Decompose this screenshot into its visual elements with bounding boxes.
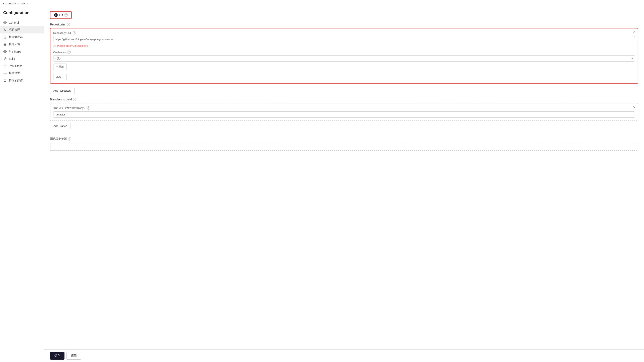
add-repository-button[interactable]: Add Repository bbox=[50, 88, 75, 94]
svg-point-6 bbox=[4, 51, 6, 52]
source-browser-help-icon[interactable]: ? bbox=[68, 137, 71, 141]
sidebar-item-general-label: General bbox=[9, 21, 19, 24]
credentials-label: Credentials ? bbox=[53, 51, 635, 54]
svg-point-7 bbox=[4, 66, 6, 66]
branch-specifier-input[interactable] bbox=[53, 111, 635, 118]
box-icon bbox=[3, 79, 7, 82]
repo-close-button[interactable]: ✕ bbox=[633, 31, 636, 34]
footer-bar: 保存 应用 bbox=[44, 349, 644, 362]
post-steps-icon bbox=[3, 64, 7, 68]
sidebar-item-source-mgmt-label: 源码管理 bbox=[9, 28, 20, 32]
sidebar-item-build[interactable]: Build bbox=[0, 55, 44, 62]
content-area: Git ? Repositories ? ✕ Repository URL ? bbox=[44, 7, 644, 349]
sidebar-item-build-trigger[interactable]: 构建触发器 bbox=[0, 34, 44, 41]
svg-point-0 bbox=[4, 22, 6, 23]
branches-section: Branches to build ? ✕ 指定分支（为空时代表any） ? A… bbox=[50, 98, 638, 133]
hammer-icon bbox=[3, 57, 7, 61]
branch-close-button[interactable]: ✕ bbox=[633, 105, 636, 109]
git-radio-inner bbox=[55, 15, 56, 16]
sidebar-item-post-build[interactable]: 构建后操作 bbox=[0, 77, 44, 84]
credentials-select[interactable]: - 无 - bbox=[53, 55, 635, 62]
repository-url-input[interactable] bbox=[53, 36, 635, 42]
sidebar-item-general[interactable]: General bbox=[0, 19, 44, 26]
git-help-icon[interactable]: ? bbox=[64, 14, 68, 17]
repo-error-message: ⚠ Please enter Git repository. bbox=[53, 44, 635, 48]
sidebar-item-post-steps-label: Post Steps bbox=[9, 64, 22, 68]
source-browser-section: 源码库浏览器 ? bbox=[50, 137, 638, 151]
error-icon: ⚠ bbox=[53, 44, 56, 48]
repo-url-label: Repository URL ? bbox=[53, 31, 635, 35]
repositories-label: Repositories ? bbox=[50, 23, 638, 26]
sidebar-item-build-trigger-label: 构建触发器 bbox=[9, 35, 23, 39]
source-browser-placeholder bbox=[50, 143, 638, 151]
svg-point-2 bbox=[4, 29, 4, 30]
breadcrumb-test[interactable]: test bbox=[21, 2, 25, 5]
add-branch-button[interactable]: Add Branch bbox=[50, 123, 70, 129]
globe-icon bbox=[3, 43, 7, 46]
sidebar-item-source-mgmt[interactable]: 源码管理 bbox=[0, 26, 44, 34]
svg-point-8 bbox=[4, 73, 6, 74]
sidebar-item-build-env[interactable]: 构建环境 bbox=[0, 41, 44, 48]
repositories-help-icon[interactable]: ? bbox=[67, 23, 70, 26]
sidebar-item-pre-steps[interactable]: Pre Steps bbox=[0, 48, 44, 55]
clock-icon bbox=[3, 35, 7, 39]
git-tab-label: Git bbox=[59, 14, 63, 17]
sidebar-item-build-env-label: 构建环境 bbox=[9, 43, 20, 46]
sidebar-item-post-build-label: 构建后操作 bbox=[9, 79, 23, 82]
breadcrumb-sep-2: › bbox=[27, 2, 28, 5]
branches-label: Branches to build ? bbox=[50, 98, 638, 101]
topnav: Dashboard › test › bbox=[0, 0, 644, 7]
save-button[interactable]: 保存 bbox=[50, 352, 64, 359]
sidebar-item-build-settings[interactable]: 构建设置 bbox=[0, 70, 44, 77]
repositories-section: Repositories ? ✕ Repository URL ? ⚠ Plea… bbox=[50, 23, 638, 84]
sidebar-item-build-settings-label: 构建设置 bbox=[9, 71, 20, 75]
breadcrumb: Dashboard › test › bbox=[3, 2, 29, 5]
branch-entry: ✕ 指定分支（为空时代表any） ? bbox=[50, 103, 638, 121]
repo-url-help-icon[interactable]: ? bbox=[73, 31, 76, 35]
source-browser-label: 源码库浏览器 ? bbox=[50, 137, 638, 141]
credentials-help-icon[interactable]: ? bbox=[68, 51, 71, 54]
branch-icon bbox=[3, 28, 7, 32]
svg-point-1 bbox=[6, 30, 6, 31]
sidebar-title: Configuration bbox=[0, 11, 44, 19]
build-settings-icon bbox=[3, 71, 7, 75]
credentials-select-wrapper: - 无 - ▾ bbox=[53, 55, 635, 62]
repository-entry: ✕ Repository URL ? ⚠ Please enter Git re… bbox=[50, 28, 638, 84]
apply-button[interactable]: 应用 bbox=[66, 352, 81, 359]
branch-specifier-label: 指定分支（为空时代表any） ? bbox=[53, 106, 635, 110]
git-tab-container: Git ? bbox=[50, 11, 638, 19]
add-credentials-button[interactable]: + 添加 bbox=[53, 64, 67, 70]
git-tab[interactable]: Git ? bbox=[50, 11, 72, 19]
branch-specifier-help-icon[interactable]: ? bbox=[87, 106, 90, 110]
breadcrumb-dashboard[interactable]: Dashboard bbox=[3, 2, 16, 5]
gear-icon bbox=[3, 21, 7, 25]
pre-steps-icon bbox=[3, 50, 7, 53]
sidebar-item-build-label: Build bbox=[9, 57, 15, 60]
advanced-button[interactable]: 高级... bbox=[53, 74, 67, 80]
git-radio-dot bbox=[54, 13, 58, 17]
breadcrumb-sep-1: › bbox=[18, 2, 19, 5]
sidebar-item-pre-steps-label: Pre Steps bbox=[9, 50, 21, 53]
main-layout: Configuration General 源码管理 构建触发器 构建环境 bbox=[0, 7, 644, 362]
sidebar: Configuration General 源码管理 构建触发器 构建环境 bbox=[0, 7, 44, 362]
branches-help-icon[interactable]: ? bbox=[73, 98, 76, 101]
branches-box: ✕ 指定分支（为空时代表any） ? bbox=[50, 103, 638, 121]
sidebar-item-post-steps[interactable]: Post Steps bbox=[0, 62, 44, 70]
